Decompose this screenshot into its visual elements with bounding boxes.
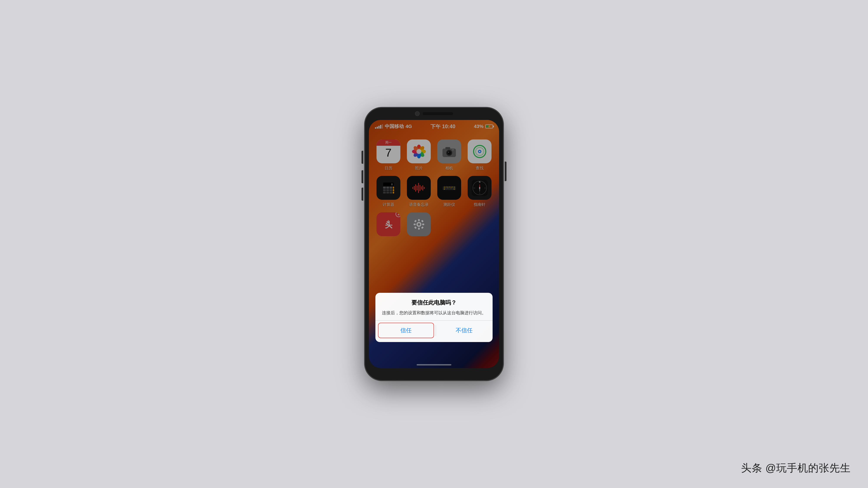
dont-trust-button[interactable]: 不信任 [436, 322, 493, 338]
phone-shell: 中国移动 4G 下午 10:40 43% ⚡ 周一 7 [365, 107, 503, 381]
alert-overlay: 要信任此电脑吗？ 连接后，您的设置和数据将可以从这台电脑进行访问。 信任 不信任 [369, 120, 499, 368]
front-camera [415, 111, 420, 116]
trust-button[interactable]: 信任 [378, 323, 434, 338]
alert-message: 连接后，您的设置和数据将可以从这台电脑进行访问。 [381, 310, 487, 316]
phone-screen: 中国移动 4G 下午 10:40 43% ⚡ 周一 7 [369, 120, 499, 368]
alert-buttons: 信任 不信任 [375, 321, 493, 342]
speaker-grille [423, 112, 453, 115]
phone-top-bar [415, 111, 453, 116]
alert-title: 要信任此电脑吗？ [381, 299, 487, 306]
alert-dialog: 要信任此电脑吗？ 连接后，您的设置和数据将可以从这台电脑进行访问。 信任 不信任 [375, 293, 493, 342]
alert-content: 要信任此电脑吗？ 连接后，您的设置和数据将可以从这台电脑进行访问。 [375, 293, 493, 320]
watermark: 头条 @玩手机的张先生 [741, 461, 850, 475]
